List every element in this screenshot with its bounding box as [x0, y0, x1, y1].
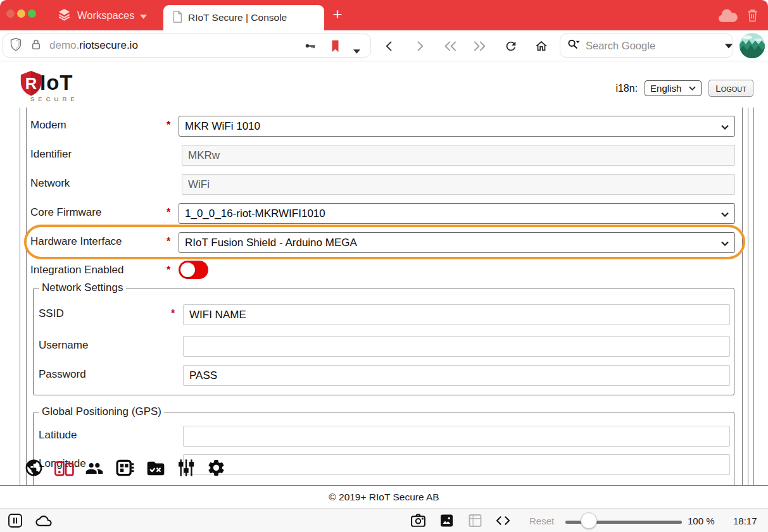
language-select[interactable]: English	[645, 80, 702, 96]
module-icon[interactable]	[115, 458, 135, 480]
reload-button[interactable]	[503, 38, 519, 54]
trash-icon[interactable]	[746, 8, 759, 25]
network-settings-legend: Network Settings	[39, 281, 126, 294]
search-bar[interactable]	[560, 34, 733, 58]
cloud-sync-icon[interactable]	[717, 9, 738, 25]
frame-border-line	[748, 108, 748, 486]
required-marker: *	[161, 120, 176, 131]
zoom-slider-knob[interactable]	[581, 512, 597, 529]
riot-secure-logo: R IoT SECURE	[19, 70, 79, 102]
toggle-knob	[180, 263, 195, 277]
form-row-longitude: Longitude	[34, 454, 734, 475]
logout-button[interactable]: Logout	[708, 80, 753, 97]
status-bar: Reset 100 % 18:17	[0, 508, 768, 532]
search-icon	[567, 38, 581, 53]
gps-legend: Global Positioning (GPS)	[39, 405, 164, 418]
cloud-icon[interactable]	[34, 514, 53, 530]
url-subdomain: demo.	[49, 39, 79, 52]
network-settings-fieldset: Network Settings SSID * Username Passwor…	[33, 288, 734, 395]
frame-border-line	[20, 108, 20, 486]
hardware-interface-value: RIoT Fusion Shield - Arduino MEGA	[185, 237, 357, 249]
code-icon[interactable]	[496, 514, 510, 529]
form-row-ssid: SSID *	[34, 304, 734, 325]
forward-button[interactable]	[412, 38, 428, 54]
network-label: Network	[30, 177, 70, 190]
back-button[interactable]	[381, 38, 398, 54]
frame-border-line	[742, 108, 743, 486]
form-row-modem: Modem * MKR WiFi 1010	[30, 116, 735, 137]
chevron-down-icon	[721, 241, 729, 246]
i18n-label: i18n:	[615, 83, 638, 94]
browser-titlebar: Workspaces RIoT Secure | Console +	[0, 0, 768, 30]
required-marker: *	[161, 207, 176, 218]
modem-label: Modem	[30, 119, 66, 132]
home-button[interactable]	[533, 38, 550, 54]
form-row-username: Username	[34, 336, 734, 357]
browser-tab[interactable]: RIoT Secure | Console	[163, 5, 324, 30]
image-icon[interactable]	[439, 513, 455, 531]
integration-enabled-label: Integration Enabled	[30, 264, 123, 276]
core-firmware-select[interactable]: 1_0_0_16-riot-MKRWIFI1010	[179, 203, 735, 224]
identifier-field: MKRw	[182, 145, 735, 166]
new-tab-button[interactable]: +	[328, 4, 347, 25]
key-icon[interactable]	[305, 40, 317, 54]
back-multiple-button[interactable]	[442, 38, 458, 54]
password-input[interactable]	[183, 365, 730, 386]
required-marker: *	[161, 264, 176, 276]
bookmark-icon[interactable]	[330, 40, 340, 55]
modem-value: MKR WiFi 1010	[185, 120, 260, 133]
users-icon[interactable]	[84, 459, 105, 480]
form-row-latitude: Latitude	[34, 426, 734, 447]
language-value: English	[650, 83, 681, 94]
form-row-integration-enabled: Integration Enabled *	[30, 261, 735, 281]
latitude-label: Latitude	[39, 429, 77, 442]
search-engine-chevron-icon[interactable]	[725, 40, 733, 51]
url-domain: riotsecure.io	[79, 39, 138, 52]
username-input[interactable]	[183, 336, 730, 357]
devices-icon[interactable]	[54, 459, 75, 480]
lock-icon[interactable]	[30, 38, 42, 54]
address-bar[interactable]: demo.riotsecure.io	[3, 34, 371, 58]
ssid-input[interactable]	[183, 304, 730, 325]
form-row-hardware-interface: Hardware Interface * RIoT Fusion Shield …	[30, 232, 735, 253]
page-footer: © 2019+ RIoT Secure AB	[0, 486, 768, 508]
gear-icon[interactable]	[206, 458, 226, 480]
close-window-button[interactable]	[6, 9, 15, 18]
clock: 18:17	[733, 516, 757, 526]
gps-fieldset: Global Positioning (GPS) Latitude Longit…	[33, 412, 734, 486]
tasks-folder-icon[interactable]	[146, 460, 166, 479]
password-label: Password	[39, 368, 86, 381]
browser-window: Workspaces RIoT Secure | Console +	[0, 0, 768, 532]
profile-avatar[interactable]	[740, 33, 765, 58]
forward-multiple-button[interactable]	[472, 38, 488, 54]
search-input[interactable]	[586, 40, 725, 52]
shield-icon[interactable]	[9, 37, 22, 54]
page-icon	[172, 11, 182, 25]
identifier-label: Identifier	[30, 148, 72, 161]
identifier-value: MKRw	[188, 149, 220, 162]
pause-icon[interactable]	[8, 513, 23, 531]
screenshot-camera-icon[interactable]	[410, 513, 426, 530]
logout-label: Logout	[715, 83, 746, 94]
reset-button[interactable]: Reset	[529, 516, 554, 526]
minimize-window-button[interactable]	[17, 9, 25, 18]
frame-grid-icon[interactable]	[467, 513, 483, 531]
logo-wordmark: IoT	[40, 71, 73, 95]
form-row-password: Password	[34, 365, 734, 386]
zoom-window-button[interactable]	[28, 9, 36, 18]
frame-border-line	[26, 108, 27, 486]
sliders-icon[interactable]	[177, 458, 196, 480]
network-value: WiFi	[188, 178, 210, 191]
latitude-input[interactable]	[183, 426, 730, 447]
integration-enabled-toggle[interactable]	[179, 261, 208, 279]
modem-select[interactable]: MKR WiFi 1010	[179, 116, 735, 137]
form-row-identifier: Identifier MKRw	[30, 145, 735, 166]
form-row-network: Network WiFi	[30, 174, 735, 195]
hardware-interface-select[interactable]: RIoT Fusion Shield - Arduino MEGA	[179, 232, 735, 253]
console-form-frame: Modem * MKR WiFi 1010 Identifier MKRw Ne…	[0, 108, 768, 486]
globe-icon[interactable]	[24, 458, 44, 480]
workspaces-menu[interactable]: Workspaces	[57, 6, 147, 24]
longitude-input[interactable]	[183, 454, 730, 475]
bookmark-menu-chevron-icon[interactable]	[353, 45, 360, 56]
required-marker: *	[161, 236, 176, 247]
